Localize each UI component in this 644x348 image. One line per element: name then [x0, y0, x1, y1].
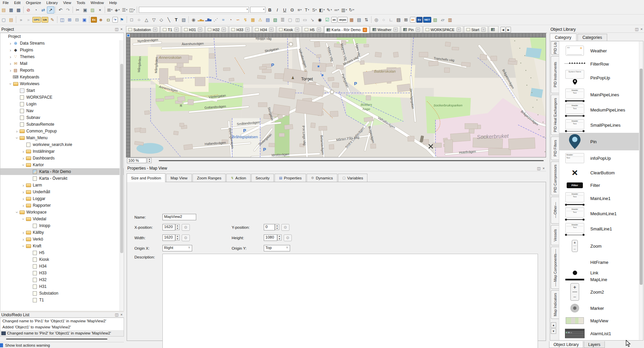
- mapview-tool-icon[interactable]: ▧: [432, 16, 439, 23]
- close-tab-icon[interactable]: ×: [174, 27, 179, 32]
- unit-convert-icon[interactable]: °F: [112, 17, 118, 23]
- properties-tab-dynamics[interactable]: ⚙Dynamics: [307, 174, 337, 182]
- tree-item-k-llby[interactable]: ›Källby: [0, 229, 124, 236]
- tree-item-h34[interactable]: H34: [0, 263, 124, 270]
- tree-item-substation[interactable]: Substation: [0, 290, 124, 297]
- tab-substation[interactable]: Substation×: [126, 26, 160, 33]
- close-tab-icon[interactable]: ×: [222, 27, 226, 32]
- language-ax-icon[interactable]: ax: [410, 17, 416, 23]
- undo-list-scrollbar[interactable]: [0, 337, 124, 341]
- tree-item-rapporter[interactable]: ›Rapporter: [0, 202, 124, 209]
- opcua-badge-icon[interactable]: UA: [42, 17, 48, 23]
- scroll-tabs-right-icon[interactable]: ▶: [506, 27, 511, 33]
- close-panel-icon[interactable]: ×: [121, 27, 123, 31]
- library-item-pinpopup[interactable]: System NamePinPopUp: [559, 68, 639, 87]
- tree-item-data-streams[interactable]: ›⊕Data Streams: [0, 40, 124, 47]
- chart-doc-icon[interactable]: ▤: [264, 16, 272, 23]
- menu-organize[interactable]: Organize: [23, 1, 44, 5]
- tree-item-workspace[interactable]: WORKSPACE: [0, 94, 124, 101]
- width-input[interactable]: 1620: [162, 234, 175, 241]
- library-item-mainline1[interactable]: HeaderTextMainLine1: [559, 191, 639, 206]
- transfer-icon[interactable]: ⇄: [40, 6, 47, 14]
- close-tab-icon[interactable]: ×: [457, 27, 461, 32]
- category-tab-pid-compressors[interactable]: PID Compressors: [551, 161, 559, 195]
- arrange-icon[interactable]: ◫▾: [128, 6, 136, 14]
- width-spinner[interactable]: ▲▼: [175, 234, 180, 241]
- copy-icon[interactable]: ▣: [81, 6, 89, 14]
- tree-item-start[interactable]: ∴Start: [0, 87, 124, 94]
- expander-icon[interactable]: ›: [8, 81, 13, 86]
- float-panel-icon[interactable]: ◫: [115, 27, 118, 31]
- tree-item-videdal[interactable]: ›Videdal: [0, 216, 124, 222]
- radio-button-icon[interactable]: ◉: [316, 16, 324, 23]
- properties-tab-action[interactable]: ↯Action: [226, 174, 250, 182]
- category-tab--map-components-[interactable]: ----Map Components----: [551, 247, 559, 289]
- save-all-icon[interactable]: ▩: [15, 6, 22, 14]
- float-panel-icon[interactable]: ◫: [115, 313, 118, 317]
- close-tab-icon[interactable]: ×: [481, 27, 486, 32]
- panel-widget-icon[interactable]: ▭: [301, 16, 309, 23]
- menu-help[interactable]: Help: [106, 1, 120, 5]
- tree-item-nav[interactable]: Nav: [0, 107, 124, 114]
- scroll-up-icon[interactable]: ▲: [551, 322, 556, 328]
- gauge-icon[interactable]: ◔: [227, 16, 234, 23]
- brush-icon[interactable]: ✎: [49, 16, 56, 23]
- close-tab-icon[interactable]: ×: [317, 27, 321, 32]
- scroll-tabs-left-icon[interactable]: ◀: [500, 27, 506, 33]
- bold-icon[interactable]: B: [266, 6, 274, 14]
- tree-item-subnav[interactable]: Subnav: [0, 114, 124, 121]
- float-panel-icon[interactable]: ◫: [537, 166, 540, 171]
- cut-icon[interactable]: ✂: [74, 6, 81, 14]
- map-design-surface[interactable]: ♟⌂πPPPPNymånevägenMångårdenMångårdenÅker…: [126, 33, 546, 157]
- close-panel-icon[interactable]: ×: [543, 166, 545, 171]
- tab-h34[interactable]: H34×: [253, 26, 276, 33]
- tree-item-workspace[interactable]: ›Workspace: [0, 209, 124, 216]
- flag-language-icon[interactable]: ⚑: [118, 16, 126, 23]
- library-item-filter[interactable]: FilterFilter: [559, 179, 639, 191]
- x-position-input[interactable]: 1620: [162, 224, 175, 230]
- properties-tab-zoom-ranges[interactable]: Zoom Ranges: [192, 174, 226, 182]
- scatter-chart-icon[interactable]: ⋰: [212, 16, 220, 23]
- database-icon[interactable]: ⊟: [73, 16, 81, 23]
- open-runtime-icon[interactable]: ↗: [47, 6, 54, 14]
- lock-icon[interactable]: ◘: [105, 16, 112, 23]
- name-input[interactable]: MapView2: [162, 214, 196, 220]
- library-item-hitframe[interactable]: HitFrame: [559, 255, 639, 269]
- category-tab--other-[interactable]: ---Other---: [551, 197, 559, 224]
- height-input[interactable]: 1080: [264, 234, 277, 241]
- dock-tab-layers[interactable]: Layers: [584, 341, 605, 348]
- menu-tools[interactable]: Tools: [74, 1, 88, 5]
- x-position-spinner[interactable]: ▲▼: [175, 224, 180, 230]
- copies-widget-icon[interactable]: ◫: [294, 16, 301, 23]
- tab-pin[interactable]: Pin×: [401, 26, 422, 33]
- object-library-scrollbar[interactable]: [639, 42, 643, 340]
- shape-triangle-icon[interactable]: △: [143, 16, 150, 23]
- expander-icon[interactable]: ›: [21, 237, 26, 242]
- bar-chart-icon[interactable]: ▂▅▃: [197, 16, 205, 23]
- tree-item-h31[interactable]: H31: [0, 283, 124, 290]
- scrollbar-thumb[interactable]: [6, 339, 107, 340]
- properties-tab-security[interactable]: Security: [251, 174, 274, 182]
- align-text-icon[interactable]: ≡▾: [296, 6, 303, 14]
- dial-icon[interactable]: ○: [380, 16, 387, 23]
- line-chart-icon[interactable]: ≈: [220, 16, 227, 23]
- nav-forward-icon[interactable]: »: [17, 16, 25, 23]
- height-spinner[interactable]: ▲▼: [277, 234, 282, 241]
- scheduler-icon[interactable]: ▦: [249, 16, 257, 23]
- close-tab-icon[interactable]: ×: [269, 27, 274, 32]
- poly-select-icon[interactable]: ▱: [439, 16, 446, 23]
- expander-icon[interactable]: ›: [21, 196, 26, 201]
- menu-library[interactable]: Library: [44, 1, 60, 5]
- new-view-icon[interactable]: ▢: [0, 16, 7, 23]
- library-tab-category[interactable]: Category: [550, 33, 576, 41]
- frame-style-icon[interactable]: ◧▾: [318, 6, 326, 14]
- menu-edit[interactable]: Edit: [11, 1, 23, 5]
- note-widget-icon[interactable]: ▢: [286, 16, 294, 23]
- expander-icon[interactable]: ›: [15, 135, 20, 140]
- category-tab-pid-lib[interactable]: PID Lib: [551, 41, 559, 55]
- library-item-zoom[interactable]: +−Zoom: [559, 237, 639, 255]
- tree-item-underh-ll[interactable]: ›Underhåll: [0, 189, 124, 195]
- float-panel-icon[interactable]: ◫: [635, 27, 638, 31]
- opc-badge-icon[interactable]: OPC: [32, 17, 41, 23]
- menu-view[interactable]: View: [60, 1, 74, 5]
